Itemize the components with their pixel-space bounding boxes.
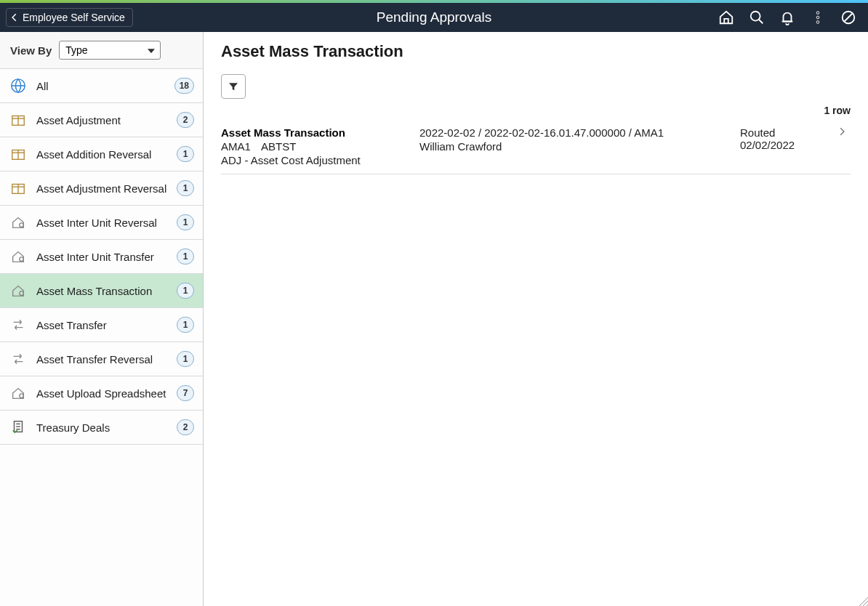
row-col-status: Routed02/02/2022 (740, 126, 820, 151)
sidebar-item[interactable]: Asset Adjustment Reversal1 (0, 171, 203, 206)
svg-point-19 (20, 291, 24, 296)
count-badge: 1 (177, 351, 194, 367)
house-icon (9, 281, 28, 300)
sidebar-item-label: Asset Adjustment Reversal (36, 182, 168, 195)
sidebar-item-label: Asset Inter Unit Reversal (36, 217, 168, 229)
row-title: Asset Mass Transaction (221, 126, 406, 139)
count-badge: 1 (177, 146, 194, 162)
view-by-select[interactable]: Type (59, 41, 161, 60)
sidebar-item-label: Asset Transfer Reversal (36, 353, 168, 365)
app-header: Employee Self Service Pending Approvals (0, 3, 868, 32)
back-button-label: Employee Self Service (23, 12, 125, 23)
doc-icon (9, 418, 28, 437)
count-badge: 2 (177, 112, 194, 128)
sidebar-item[interactable]: Asset Inter Unit Reversal1 (0, 206, 203, 240)
count-badge: 1 (177, 317, 194, 333)
sidebar-item[interactable]: Asset Addition Reversal1 (0, 137, 203, 171)
sidebar-item-label: Asset Inter Unit Transfer (36, 251, 168, 263)
sidebar-item[interactable]: Asset Adjustment2 (0, 103, 203, 137)
back-button[interactable]: Employee Self Service (6, 8, 133, 27)
view-by-select-wrap: Type (59, 41, 161, 60)
house-icon (9, 384, 28, 403)
app-body: View By Type All18Asset Adjustment2Asset… (0, 32, 868, 606)
filter-icon (228, 81, 239, 92)
house-icon (9, 213, 28, 232)
box-icon (9, 110, 28, 129)
count-badge: 1 (177, 180, 194, 196)
row-chevron (833, 126, 851, 137)
sidebar-item[interactable]: Asset Upload Spreadsheet7 (0, 376, 203, 411)
count-badge: 1 (177, 214, 194, 230)
box-icon (9, 179, 28, 198)
count-badge: 7 (177, 385, 194, 401)
row-count-label: 1 row (221, 105, 851, 116)
block-icon[interactable] (840, 9, 856, 25)
header-action-icons (718, 9, 862, 25)
row-meta-line: 2022-02-02 / 2022-02-02-16.01.47.000000 … (419, 126, 727, 139)
transfer-icon (9, 315, 28, 334)
count-badge: 2 (177, 419, 194, 435)
svg-point-2 (816, 12, 819, 15)
row-description: ADJ - Asset Cost Adjustment (221, 154, 406, 166)
sidebar-list: All18Asset Adjustment2Asset Addition Rev… (0, 69, 203, 445)
sidebar-item-label: Asset Upload Spreadsheet (36, 387, 168, 400)
svg-line-25 (859, 597, 868, 606)
count-badge: 1 (177, 283, 194, 299)
sidebar-item-label: Treasury Deals (36, 421, 168, 434)
house-icon (9, 247, 28, 266)
row-col-primary: Asset Mass TransactionAMA1 ABTSTADJ - As… (221, 126, 406, 166)
filter-button[interactable] (221, 74, 246, 99)
sidebar-item-label: Asset Mass Transaction (36, 285, 168, 297)
view-by-label: View By (10, 44, 52, 57)
search-icon[interactable] (749, 9, 765, 25)
chevron-left-icon (9, 12, 20, 23)
sidebar-item-label: Asset Adjustment (36, 114, 168, 126)
sidebar-item[interactable]: All18 (0, 69, 203, 103)
svg-line-6 (845, 14, 853, 22)
svg-line-1 (759, 20, 763, 24)
globe-icon (9, 76, 28, 95)
row-status: Routed (740, 126, 820, 139)
svg-point-20 (20, 394, 24, 398)
box-icon (9, 145, 28, 163)
svg-point-18 (20, 257, 24, 262)
main-content: Asset Mass Transaction 1 row Asset Mass … (204, 32, 868, 606)
row-requester: William Crawford (419, 140, 727, 153)
sidebar-item-label: Asset Transfer (36, 319, 168, 331)
approval-rows-container: Asset Mass TransactionAMA1 ABTSTADJ - As… (221, 119, 851, 174)
sidebar-item-label: Asset Addition Reversal (36, 148, 168, 161)
sidebar-item[interactable]: Asset Inter Unit Transfer1 (0, 240, 203, 274)
resize-handle[interactable] (856, 594, 868, 606)
transfer-icon (9, 350, 28, 368)
svg-point-0 (751, 12, 760, 21)
count-badge: 18 (174, 78, 194, 94)
sidebar-item[interactable]: Asset Transfer1 (0, 308, 203, 342)
approval-row[interactable]: Asset Mass TransactionAMA1 ABTSTADJ - As… (221, 119, 851, 174)
view-by-row: View By Type (0, 32, 203, 69)
row-date: 02/02/2022 (740, 139, 820, 151)
svg-point-3 (816, 16, 819, 19)
sidebar: View By Type All18Asset Adjustment2Asset… (0, 32, 204, 606)
sidebar-item[interactable]: Asset Mass Transaction1 (0, 274, 203, 308)
sidebar-item-label: All (36, 80, 166, 92)
more-vertical-icon[interactable] (810, 9, 826, 25)
svg-point-17 (20, 223, 24, 227)
row-col-meta: 2022-02-02 / 2022-02-02-16.01.47.000000 … (419, 126, 727, 154)
svg-point-4 (816, 21, 819, 24)
bell-icon[interactable] (779, 9, 795, 25)
main-title: Asset Mass Transaction (221, 42, 851, 61)
home-icon[interactable] (718, 9, 734, 25)
sidebar-item[interactable]: Treasury Deals2 (0, 411, 203, 445)
chevron-right-icon (837, 126, 847, 137)
count-badge: 1 (177, 249, 194, 264)
row-subtitle: AMA1 ABTST (221, 140, 406, 153)
sidebar-item[interactable]: Asset Transfer Reversal1 (0, 342, 203, 376)
